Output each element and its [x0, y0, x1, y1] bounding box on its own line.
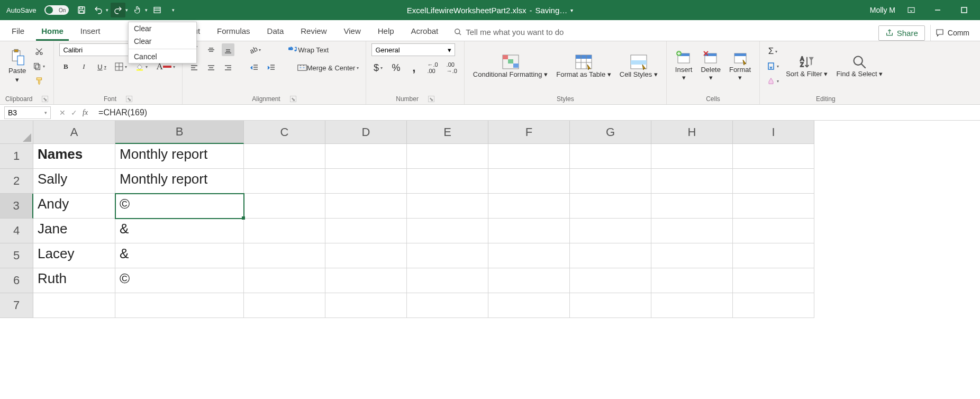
- tab-insert[interactable]: Insert: [75, 22, 106, 41]
- redo-dropdown-icon[interactable]: ▾: [125, 7, 128, 13]
- cell-a6[interactable]: Ruth: [33, 268, 115, 293]
- autosave-toggle[interactable]: On: [44, 5, 69, 15]
- insert-cells-button[interactable]: Insert▾: [672, 43, 696, 89]
- font-dialog-launcher[interactable]: ⬊: [126, 96, 132, 102]
- italic-button[interactable]: I: [77, 60, 90, 73]
- column-header-a[interactable]: A: [33, 121, 115, 144]
- align-middle-button[interactable]: [205, 43, 217, 56]
- column-header-e[interactable]: E: [407, 121, 488, 144]
- clear-button[interactable]: ▾: [765, 75, 781, 87]
- merge-center-button[interactable]: Merge & Center▾: [296, 61, 361, 74]
- touch-mode-icon[interactable]: [130, 3, 145, 17]
- increase-indent-button[interactable]: [265, 61, 278, 74]
- format-as-table-button[interactable]: Format as Table ▾: [553, 43, 614, 89]
- column-header-f[interactable]: F: [488, 121, 570, 144]
- cell-h2[interactable]: [651, 169, 733, 194]
- autosum-button[interactable]: Σ▾: [767, 45, 779, 58]
- wrap-text-button[interactable]: abWrap Text: [287, 43, 330, 56]
- cell-g7[interactable]: [570, 293, 651, 318]
- cell-d7[interactable]: [325, 293, 407, 318]
- redo-icon[interactable]: [111, 3, 125, 17]
- column-header-h[interactable]: H: [651, 121, 733, 144]
- underline-button[interactable]: U▾: [95, 60, 108, 73]
- cell-c5[interactable]: [244, 243, 325, 268]
- cell-c3[interactable]: [244, 194, 325, 219]
- format-cells-button[interactable]: Format▾: [726, 43, 754, 89]
- tab-home[interactable]: Home: [36, 22, 69, 41]
- redo-item-clear-1[interactable]: Clear: [129, 22, 196, 35]
- cell-i4[interactable]: [733, 219, 814, 243]
- save-icon[interactable]: [74, 3, 89, 17]
- cell-b4[interactable]: &: [115, 219, 244, 243]
- align-center-button[interactable]: [205, 61, 217, 74]
- qat-custom-icon[interactable]: [150, 3, 165, 17]
- cell-styles-button[interactable]: Cell Styles ▾: [616, 43, 661, 89]
- cell-a5[interactable]: Lacey: [33, 243, 115, 268]
- redo-item-clear-2[interactable]: Clear: [129, 35, 196, 48]
- cell-e4[interactable]: [407, 219, 488, 243]
- cell-h5[interactable]: [651, 243, 733, 268]
- cell-h3[interactable]: [651, 194, 733, 219]
- row-header-5[interactable]: 5: [0, 243, 33, 268]
- decrease-indent-button[interactable]: [248, 61, 261, 74]
- comma-format-button[interactable]: ,: [407, 61, 420, 74]
- cell-h6[interactable]: [651, 268, 733, 293]
- cell-d2[interactable]: [325, 169, 407, 194]
- status-dropdown-icon[interactable]: ▾: [570, 7, 573, 13]
- user-name[interactable]: Molly M: [870, 6, 895, 14]
- column-header-i[interactable]: I: [733, 121, 814, 144]
- delete-cells-button[interactable]: Delete▾: [697, 43, 724, 89]
- cell-b3[interactable]: ©: [115, 194, 244, 219]
- name-box[interactable]: B3▾: [4, 106, 51, 119]
- cell-c4[interactable]: [244, 219, 325, 243]
- select-all-corner[interactable]: [0, 121, 33, 144]
- cell-f4[interactable]: [488, 219, 570, 243]
- formula-input[interactable]: =CHAR(169): [92, 107, 980, 119]
- cell-i6[interactable]: [733, 268, 814, 293]
- accounting-format-button[interactable]: $▾: [371, 61, 384, 74]
- cell-c6[interactable]: [244, 268, 325, 293]
- cancel-formula-icon[interactable]: ✕: [59, 108, 66, 117]
- enter-formula-icon[interactable]: ✓: [71, 108, 77, 117]
- touch-dropdown-icon[interactable]: ▾: [145, 7, 148, 13]
- increase-decimal-button[interactable]: ←.0.00: [425, 61, 439, 74]
- cell-g6[interactable]: [570, 268, 651, 293]
- cell-f3[interactable]: [488, 194, 570, 219]
- font-family-combo[interactable]: [59, 43, 139, 56]
- cell-i7[interactable]: [733, 293, 814, 318]
- redo-menu-cancel[interactable]: Cancel: [129, 50, 196, 63]
- borders-button[interactable]: ▾: [113, 60, 129, 73]
- cell-d3[interactable]: [325, 194, 407, 219]
- cell-e5[interactable]: [407, 243, 488, 268]
- column-header-g[interactable]: G: [570, 121, 651, 144]
- ribbon-display-icon[interactable]: [901, 0, 922, 20]
- cell-a3[interactable]: Andy: [33, 194, 115, 219]
- cell-d4[interactable]: [325, 219, 407, 243]
- cell-b6[interactable]: ©: [115, 268, 244, 293]
- cell-a1[interactable]: Names: [33, 144, 115, 169]
- tab-view[interactable]: View: [338, 22, 366, 41]
- row-header-7[interactable]: 7: [0, 293, 33, 318]
- clipboard-dialog-launcher[interactable]: ⬊: [42, 96, 48, 102]
- minimize-icon[interactable]: [927, 0, 948, 20]
- cell-f6[interactable]: [488, 268, 570, 293]
- tab-help[interactable]: Help: [373, 22, 400, 41]
- cell-a7[interactable]: [33, 293, 115, 318]
- align-bottom-button[interactable]: [222, 43, 234, 56]
- cell-b5[interactable]: &: [115, 243, 244, 268]
- format-painter-button[interactable]: [33, 75, 46, 87]
- cell-c7[interactable]: [244, 293, 325, 318]
- cell-e7[interactable]: [407, 293, 488, 318]
- cell-h7[interactable]: [651, 293, 733, 318]
- align-right-button[interactable]: [222, 61, 234, 74]
- cell-h1[interactable]: [651, 144, 733, 169]
- cell-d5[interactable]: [325, 243, 407, 268]
- number-dialog-launcher[interactable]: ⬊: [428, 96, 434, 102]
- cell-f7[interactable]: [488, 293, 570, 318]
- cell-f5[interactable]: [488, 243, 570, 268]
- comments-button[interactable]: Comm: [930, 25, 974, 41]
- cell-e1[interactable]: [407, 144, 488, 169]
- cell-h4[interactable]: [651, 219, 733, 243]
- decrease-decimal-button[interactable]: .00→.0: [445, 61, 459, 74]
- insert-function-icon[interactable]: fx: [83, 108, 88, 117]
